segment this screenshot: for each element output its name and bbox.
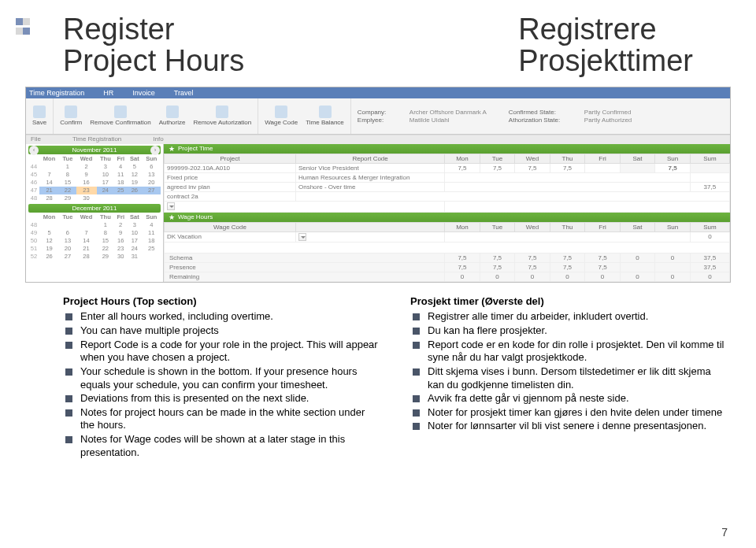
toolbar-info: Company: Archer Offshore Danmark A Confi… — [351, 98, 730, 134]
tab-invoice[interactable]: Invoice — [132, 89, 155, 97]
list-item: Report Code is a code for your role in t… — [63, 339, 379, 365]
calendar-1[interactable]: MonTueWedThuFriSatSun4412345645789101112… — [28, 155, 161, 202]
list-item: Enter all hours worked, including overti… — [63, 310, 379, 324]
wage-code-cell[interactable]: DK Vacation — [165, 231, 296, 242]
list-item: Report code er en kode for din rolle i p… — [410, 339, 726, 365]
confirm-button[interactable]: Confirm — [60, 106, 82, 126]
check-icon — [65, 106, 77, 118]
toolbar-group-labels: File Time Registration Info — [26, 135, 730, 144]
remove-authorization-button[interactable]: Remove Autorization — [193, 106, 251, 126]
calendar-panel: ‹ November 2011 › MonTueWedThuFriSatSun4… — [26, 144, 164, 282]
project-time-grid[interactable]: ProjectReport CodeMonTueWedThuFriSatSunS… — [164, 154, 730, 213]
notes-left: Project Hours (Top section) Enter all ho… — [63, 295, 379, 461]
calendar-1-header: ‹ November 2011 › — [28, 146, 161, 154]
tab-hr[interactable]: HR — [103, 89, 113, 97]
company-value: Archer Offshore Danmark A — [410, 109, 504, 116]
shield-icon — [166, 106, 179, 118]
notes-columns: Project Hours (Top section) Enter all ho… — [0, 287, 756, 461]
toolbar: Save Confirm Remove Confirmation Authori… — [26, 98, 730, 135]
employee-label: Emplyee: — [358, 117, 405, 124]
tab-travel[interactable]: Travel — [174, 89, 194, 97]
timesheet-app: Time Registration HR Invoice Travel Save… — [25, 87, 731, 283]
slide-decoration — [16, 17, 30, 36]
list-item: Ditt skjema vises i bunn. Dersom tilsted… — [410, 365, 726, 391]
page-number: 7 — [721, 526, 728, 539]
list-item: Registrer alle timer du arbeider, inklud… — [410, 310, 726, 324]
notes-right-heading: Prosjekt timer (Øverste del) — [410, 295, 726, 309]
notes-right: Prosjekt timer (Øverste del) Registrer a… — [410, 295, 726, 461]
list-item: Avvik fra dette går vi gjennom på neste … — [410, 392, 726, 405]
list-item: Notes for project hours can be made in t… — [63, 406, 379, 432]
slide-titles: RegisterProject Hours RegistrereProsjekt… — [0, 0, 756, 82]
next-month-button[interactable]: › — [150, 146, 160, 155]
authorize-button[interactable]: Authorize — [159, 106, 186, 126]
confirmed-state-label: Confirmed State: — [509, 109, 580, 116]
clock-icon — [319, 106, 332, 118]
disk-icon — [33, 106, 46, 118]
calendar-2-header: December 2011 — [28, 204, 161, 213]
list-item: Du kan ha flere prosjekter. — [410, 324, 726, 338]
project-dropdown[interactable] — [167, 202, 175, 210]
titlebar-label: Time Registration — [29, 89, 84, 97]
wage-hours-grid[interactable]: Wage CodeMonTueWedThuFriSatSunSumDK Vaca… — [164, 222, 730, 282]
company-label: Company: — [358, 109, 405, 116]
wage-dropdown[interactable] — [298, 233, 306, 241]
title-left: RegisterProject Hours — [63, 14, 244, 77]
list-item: Your schedule is shown in the bottom. If… — [63, 365, 379, 391]
list-item: You can have multiple projects — [63, 324, 379, 338]
confirmed-state-value: Partly Confirmed — [584, 109, 655, 116]
list-item: Noter for lønnsarter vil bli vist senere… — [410, 420, 726, 433]
app-titlebar: Time Registration HR Invoice Travel — [26, 87, 730, 98]
list-item: Notes for Wage codes will be shown at a … — [63, 433, 379, 459]
employee-value: Matilde Uldahl — [410, 117, 504, 124]
auth-state-value: Partly Authorized — [584, 117, 655, 124]
star-icon: ★ — [169, 145, 175, 153]
wage-hours-header: ★Wage Hours — [164, 213, 730, 222]
list-item: Deviations from this is presented on the… — [63, 392, 379, 405]
prev-month-button[interactable]: ‹ — [29, 146, 39, 155]
project-cell[interactable]: 999999-202.10A.A010 — [165, 163, 296, 172]
auth-state-label: Athorization State: — [509, 117, 580, 124]
wage-code-button[interactable]: Wage Code — [265, 106, 298, 126]
star-icon: ★ — [169, 213, 175, 221]
notes-left-heading: Project Hours (Top section) — [63, 295, 379, 309]
calendar-2[interactable]: MonTueWedThuFriSatSun4812344956789101150… — [28, 213, 161, 261]
save-button[interactable]: Save — [32, 106, 46, 126]
undo-shield-icon — [216, 106, 228, 118]
time-balance-button[interactable]: Time Balance — [306, 106, 344, 126]
project-time-header: ★Project Time — [164, 144, 730, 154]
undo-check-icon — [114, 106, 127, 118]
tag-icon — [275, 106, 287, 118]
title-right: RegistrereProsjekttimer — [518, 14, 693, 77]
remove-confirmation-button[interactable]: Remove Confirmation — [90, 106, 150, 126]
list-item: Noter for prosjekt timer kan gjøres i de… — [410, 406, 726, 420]
